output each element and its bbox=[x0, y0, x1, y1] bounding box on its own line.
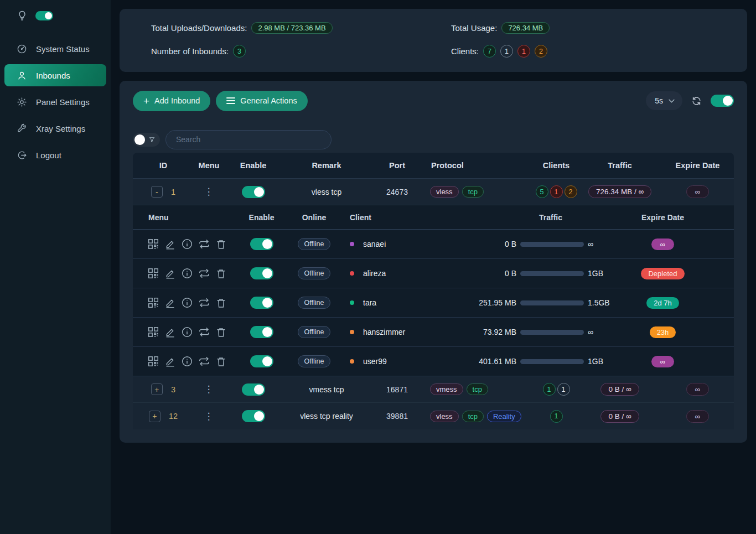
info-icon[interactable] bbox=[181, 326, 193, 338]
client-enable-toggle[interactable] bbox=[250, 238, 273, 250]
refresh-icon[interactable] bbox=[691, 96, 702, 106]
expand-row-button[interactable]: + bbox=[149, 411, 160, 422]
subheader-online: Online bbox=[288, 213, 340, 222]
inbound-port: 16871 bbox=[371, 385, 423, 394]
inbound-enable-toggle[interactable] bbox=[242, 410, 265, 422]
reset-traffic-icon[interactable] bbox=[198, 267, 210, 279]
client-enable-toggle[interactable] bbox=[250, 267, 273, 279]
client-expire-badge: ∞ bbox=[651, 239, 674, 250]
inbound-remark: vless tcp reality bbox=[282, 412, 371, 421]
clients-count-active: 7 bbox=[483, 45, 496, 58]
total-usage-value: 726.34 MB bbox=[501, 22, 550, 34]
subheader-client: Client bbox=[340, 213, 479, 222]
auto-refresh-toggle[interactable] bbox=[711, 95, 734, 107]
reset-traffic-icon[interactable] bbox=[198, 238, 210, 250]
theme-bulb-icon bbox=[17, 10, 28, 21]
refresh-interval-select[interactable]: 5s bbox=[646, 91, 682, 110]
traffic-bar bbox=[520, 300, 584, 305]
inbound-enable-toggle[interactable] bbox=[242, 186, 265, 198]
traffic-limit: ∞ bbox=[584, 240, 623, 248]
client-status-dot bbox=[350, 242, 354, 246]
delete-icon[interactable] bbox=[215, 268, 227, 279]
row-menu-icon[interactable]: ⋮ bbox=[204, 186, 214, 198]
info-icon[interactable] bbox=[181, 297, 193, 309]
inbounds-table-header: ID Menu Enable Remark Port Protocol Clie… bbox=[133, 153, 734, 179]
header-traffic: Traffic bbox=[578, 161, 661, 170]
clients-count-plain: 1 bbox=[500, 45, 513, 58]
sidebar-item-system-status[interactable]: System Status bbox=[4, 38, 106, 60]
clients-table-header: Menu Enable Online Client Traffic Expire… bbox=[133, 205, 734, 230]
edit-icon[interactable] bbox=[164, 356, 176, 367]
edit-icon[interactable] bbox=[164, 268, 176, 279]
delete-icon[interactable] bbox=[215, 356, 227, 367]
traffic-bar bbox=[520, 330, 584, 335]
inbound-port: 39881 bbox=[371, 412, 423, 421]
header-expire-date: Expire Date bbox=[661, 161, 734, 170]
qr-code-icon[interactable] bbox=[147, 267, 159, 279]
row-menu-icon[interactable]: ⋮ bbox=[204, 383, 214, 395]
header-port: Port bbox=[371, 161, 423, 170]
qr-code-icon[interactable] bbox=[147, 297, 159, 309]
inbound-id: 3 bbox=[171, 385, 175, 394]
client-row-sanaei: Offline sanaei 0 B ∞ ∞ bbox=[133, 230, 734, 259]
collapse-row-button[interactable]: - bbox=[151, 186, 163, 198]
delete-icon[interactable] bbox=[215, 326, 227, 338]
wrench-icon bbox=[17, 123, 27, 134]
sidebar-item-logout[interactable]: Logout bbox=[4, 144, 106, 166]
inbound-enable-toggle[interactable] bbox=[242, 383, 265, 396]
protocol-badge: tcp bbox=[467, 383, 488, 395]
client-count-badge: 1 bbox=[550, 185, 563, 198]
traffic-bar bbox=[520, 242, 584, 247]
edit-icon[interactable] bbox=[164, 326, 176, 338]
client-enable-toggle[interactable] bbox=[250, 326, 273, 338]
row-menu-icon[interactable]: ⋮ bbox=[204, 411, 214, 422]
app-root: System Status Inbounds Panel Settings bbox=[0, 0, 756, 534]
client-enable-toggle[interactable] bbox=[250, 355, 273, 367]
theme-toggle[interactable] bbox=[35, 11, 53, 20]
sidebar-item-label: Panel Settings bbox=[36, 97, 90, 107]
search-row bbox=[133, 129, 734, 149]
delete-icon[interactable] bbox=[215, 239, 227, 250]
stats-card: Total Uploads/Downloads: 2.98 MB / 723.3… bbox=[120, 9, 747, 72]
filter-toggle-knob bbox=[134, 134, 145, 145]
expand-row-button[interactable]: + bbox=[151, 383, 163, 395]
header-id: ID bbox=[133, 161, 194, 170]
general-actions-label: General Actions bbox=[240, 96, 297, 105]
subheader-expire-date: Expire Date bbox=[623, 213, 703, 222]
protocol-badge: tcp bbox=[462, 411, 484, 422]
edit-icon[interactable] bbox=[164, 297, 176, 309]
info-icon[interactable] bbox=[181, 238, 193, 250]
qr-code-icon[interactable] bbox=[147, 355, 159, 367]
inbound-expire-badge: ∞ bbox=[686, 383, 709, 396]
reset-traffic-icon[interactable] bbox=[198, 355, 210, 367]
traffic-bar bbox=[520, 359, 584, 364]
client-enable-toggle[interactable] bbox=[250, 297, 273, 309]
sidebar-item-label: Inbounds bbox=[36, 71, 70, 80]
sidebar-item-xray-settings[interactable]: Xray Settings bbox=[4, 117, 106, 139]
client-name: alireza bbox=[363, 269, 386, 278]
edit-icon[interactable] bbox=[164, 239, 176, 250]
client-count-badge: 2 bbox=[565, 185, 577, 198]
inbound-port: 24673 bbox=[371, 188, 423, 196]
inbound-expire-badge: ∞ bbox=[686, 185, 709, 198]
sidebar-item-panel-settings[interactable]: Panel Settings bbox=[4, 91, 106, 113]
client-expire-badge: 2d 7h bbox=[646, 297, 679, 309]
clients-label: Clients: bbox=[451, 46, 479, 56]
delete-icon[interactable] bbox=[215, 297, 227, 309]
info-icon[interactable] bbox=[181, 355, 193, 367]
header-enable: Enable bbox=[224, 161, 282, 170]
qr-code-icon[interactable] bbox=[147, 326, 159, 338]
sidebar-item-inbounds[interactable]: Inbounds bbox=[4, 64, 106, 86]
qr-code-icon[interactable] bbox=[147, 238, 159, 250]
number-of-inbounds-label: Number of Inbounds: bbox=[151, 46, 229, 56]
reset-traffic-icon[interactable] bbox=[198, 326, 210, 338]
add-inbound-button[interactable]: + Add Inbound bbox=[133, 91, 210, 111]
inbound-row-3: + 3 ⋮ vmess tcp 16871 vmess tcp 1 1 0 B … bbox=[133, 376, 734, 403]
search-input[interactable] bbox=[165, 130, 332, 149]
client-name: sanaei bbox=[363, 240, 386, 248]
protocol-badge: vless bbox=[430, 411, 459, 422]
reset-traffic-icon[interactable] bbox=[198, 297, 210, 309]
filter-toggle[interactable] bbox=[133, 133, 160, 147]
info-icon[interactable] bbox=[181, 267, 193, 279]
general-actions-button[interactable]: General Actions bbox=[216, 91, 307, 111]
